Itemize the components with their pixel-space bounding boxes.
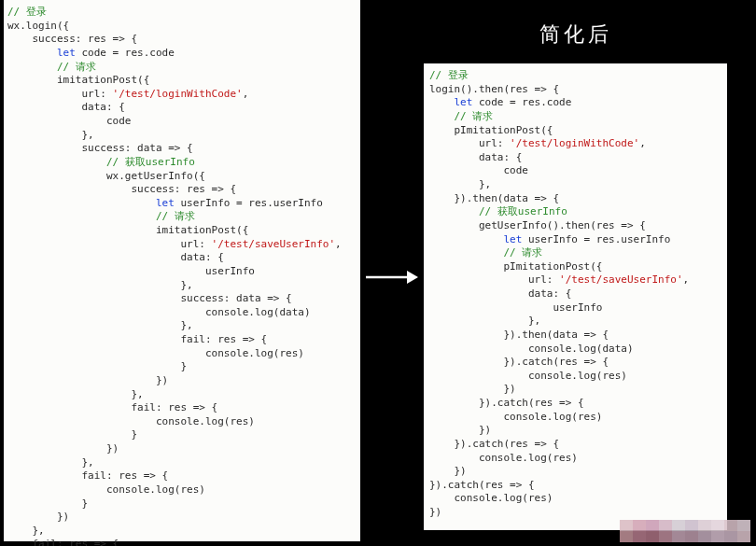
arrow-icon [364,267,418,287]
before-code-panel: // 登录 wx.login({ success: res => { let c… [4,0,360,541]
svg-marker-1 [407,271,418,284]
before-code: // 登录 wx.login({ success: res => { let c… [7,6,357,546]
censor-blur [620,520,750,542]
after-title: 简化后 [424,21,727,49]
comparison-stage: // 登录 wx.login({ success: res => { let c… [0,0,756,546]
after-code: // 登录 login().then(res => { let code = r… [429,69,721,520]
after-code-panel: // 登录 login().then(res => { let code = r… [424,63,727,530]
